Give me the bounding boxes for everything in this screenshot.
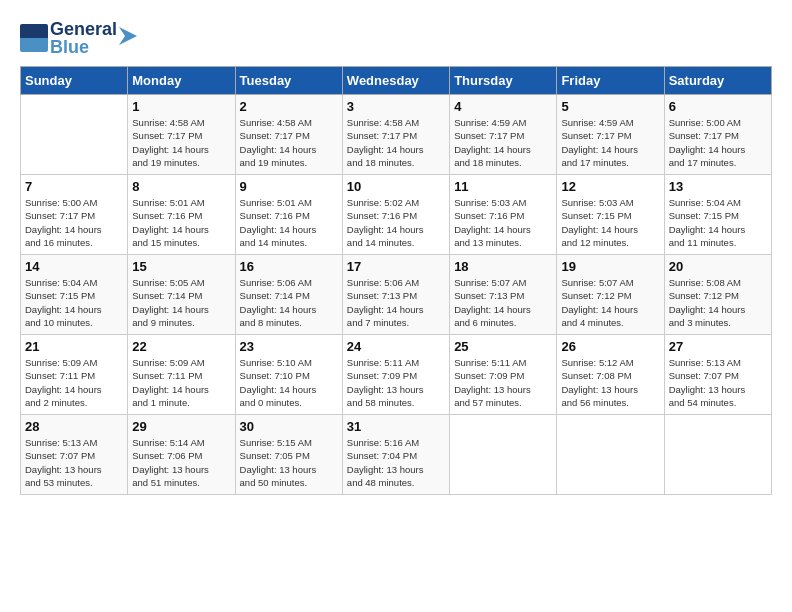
day-cell: 5Sunrise: 4:59 AM Sunset: 7:17 PM Daylig… bbox=[557, 95, 664, 175]
day-number: 13 bbox=[669, 179, 767, 194]
day-info: Sunrise: 5:02 AM Sunset: 7:16 PM Dayligh… bbox=[347, 196, 445, 249]
day-info: Sunrise: 4:58 AM Sunset: 7:17 PM Dayligh… bbox=[132, 116, 230, 169]
day-cell: 14Sunrise: 5:04 AM Sunset: 7:15 PM Dayli… bbox=[21, 255, 128, 335]
week-row-3: 14Sunrise: 5:04 AM Sunset: 7:15 PM Dayli… bbox=[21, 255, 772, 335]
day-info: Sunrise: 5:04 AM Sunset: 7:15 PM Dayligh… bbox=[669, 196, 767, 249]
day-number: 1 bbox=[132, 99, 230, 114]
week-row-1: 1Sunrise: 4:58 AM Sunset: 7:17 PM Daylig… bbox=[21, 95, 772, 175]
day-cell: 24Sunrise: 5:11 AM Sunset: 7:09 PM Dayli… bbox=[342, 335, 449, 415]
day-cell bbox=[21, 95, 128, 175]
day-cell: 13Sunrise: 5:04 AM Sunset: 7:15 PM Dayli… bbox=[664, 175, 771, 255]
logo-general: General bbox=[50, 20, 117, 38]
header-friday: Friday bbox=[557, 67, 664, 95]
day-info: Sunrise: 5:01 AM Sunset: 7:16 PM Dayligh… bbox=[240, 196, 338, 249]
day-info: Sunrise: 5:07 AM Sunset: 7:13 PM Dayligh… bbox=[454, 276, 552, 329]
day-info: Sunrise: 5:15 AM Sunset: 7:05 PM Dayligh… bbox=[240, 436, 338, 489]
day-cell bbox=[557, 415, 664, 495]
day-cell: 20Sunrise: 5:08 AM Sunset: 7:12 PM Dayli… bbox=[664, 255, 771, 335]
day-number: 10 bbox=[347, 179, 445, 194]
day-cell: 2Sunrise: 4:58 AM Sunset: 7:17 PM Daylig… bbox=[235, 95, 342, 175]
day-number: 21 bbox=[25, 339, 123, 354]
day-info: Sunrise: 5:07 AM Sunset: 7:12 PM Dayligh… bbox=[561, 276, 659, 329]
day-cell: 11Sunrise: 5:03 AM Sunset: 7:16 PM Dayli… bbox=[450, 175, 557, 255]
day-cell: 21Sunrise: 5:09 AM Sunset: 7:11 PM Dayli… bbox=[21, 335, 128, 415]
calendar-table: SundayMondayTuesdayWednesdayThursdayFrid… bbox=[20, 66, 772, 495]
day-info: Sunrise: 5:05 AM Sunset: 7:14 PM Dayligh… bbox=[132, 276, 230, 329]
day-number: 18 bbox=[454, 259, 552, 274]
day-number: 19 bbox=[561, 259, 659, 274]
day-info: Sunrise: 5:06 AM Sunset: 7:14 PM Dayligh… bbox=[240, 276, 338, 329]
day-number: 4 bbox=[454, 99, 552, 114]
day-cell: 4Sunrise: 4:59 AM Sunset: 7:17 PM Daylig… bbox=[450, 95, 557, 175]
header-tuesday: Tuesday bbox=[235, 67, 342, 95]
day-cell: 18Sunrise: 5:07 AM Sunset: 7:13 PM Dayli… bbox=[450, 255, 557, 335]
day-cell: 9Sunrise: 5:01 AM Sunset: 7:16 PM Daylig… bbox=[235, 175, 342, 255]
day-info: Sunrise: 5:13 AM Sunset: 7:07 PM Dayligh… bbox=[669, 356, 767, 409]
day-number: 22 bbox=[132, 339, 230, 354]
day-cell: 30Sunrise: 5:15 AM Sunset: 7:05 PM Dayli… bbox=[235, 415, 342, 495]
day-info: Sunrise: 5:03 AM Sunset: 7:15 PM Dayligh… bbox=[561, 196, 659, 249]
day-info: Sunrise: 5:06 AM Sunset: 7:13 PM Dayligh… bbox=[347, 276, 445, 329]
day-cell: 8Sunrise: 5:01 AM Sunset: 7:16 PM Daylig… bbox=[128, 175, 235, 255]
day-number: 25 bbox=[454, 339, 552, 354]
day-info: Sunrise: 5:10 AM Sunset: 7:10 PM Dayligh… bbox=[240, 356, 338, 409]
day-number: 3 bbox=[347, 99, 445, 114]
day-cell: 16Sunrise: 5:06 AM Sunset: 7:14 PM Dayli… bbox=[235, 255, 342, 335]
day-info: Sunrise: 5:09 AM Sunset: 7:11 PM Dayligh… bbox=[132, 356, 230, 409]
day-info: Sunrise: 5:16 AM Sunset: 7:04 PM Dayligh… bbox=[347, 436, 445, 489]
day-number: 20 bbox=[669, 259, 767, 274]
day-cell: 28Sunrise: 5:13 AM Sunset: 7:07 PM Dayli… bbox=[21, 415, 128, 495]
day-info: Sunrise: 5:09 AM Sunset: 7:11 PM Dayligh… bbox=[25, 356, 123, 409]
day-cell: 10Sunrise: 5:02 AM Sunset: 7:16 PM Dayli… bbox=[342, 175, 449, 255]
day-info: Sunrise: 5:04 AM Sunset: 7:15 PM Dayligh… bbox=[25, 276, 123, 329]
day-info: Sunrise: 5:12 AM Sunset: 7:08 PM Dayligh… bbox=[561, 356, 659, 409]
day-number: 28 bbox=[25, 419, 123, 434]
calendar-header-row: SundayMondayTuesdayWednesdayThursdayFrid… bbox=[21, 67, 772, 95]
day-info: Sunrise: 5:11 AM Sunset: 7:09 PM Dayligh… bbox=[347, 356, 445, 409]
day-number: 8 bbox=[132, 179, 230, 194]
day-cell: 29Sunrise: 5:14 AM Sunset: 7:06 PM Dayli… bbox=[128, 415, 235, 495]
day-number: 5 bbox=[561, 99, 659, 114]
day-cell: 3Sunrise: 4:58 AM Sunset: 7:17 PM Daylig… bbox=[342, 95, 449, 175]
day-cell bbox=[450, 415, 557, 495]
day-number: 23 bbox=[240, 339, 338, 354]
day-info: Sunrise: 5:01 AM Sunset: 7:16 PM Dayligh… bbox=[132, 196, 230, 249]
day-cell bbox=[664, 415, 771, 495]
day-number: 29 bbox=[132, 419, 230, 434]
day-info: Sunrise: 5:00 AM Sunset: 7:17 PM Dayligh… bbox=[25, 196, 123, 249]
day-number: 14 bbox=[25, 259, 123, 274]
day-info: Sunrise: 5:13 AM Sunset: 7:07 PM Dayligh… bbox=[25, 436, 123, 489]
header-wednesday: Wednesday bbox=[342, 67, 449, 95]
day-cell: 25Sunrise: 5:11 AM Sunset: 7:09 PM Dayli… bbox=[450, 335, 557, 415]
day-cell: 1Sunrise: 4:58 AM Sunset: 7:17 PM Daylig… bbox=[128, 95, 235, 175]
day-cell: 26Sunrise: 5:12 AM Sunset: 7:08 PM Dayli… bbox=[557, 335, 664, 415]
day-number: 27 bbox=[669, 339, 767, 354]
day-info: Sunrise: 5:03 AM Sunset: 7:16 PM Dayligh… bbox=[454, 196, 552, 249]
day-number: 2 bbox=[240, 99, 338, 114]
day-number: 31 bbox=[347, 419, 445, 434]
day-number: 11 bbox=[454, 179, 552, 194]
day-cell: 7Sunrise: 5:00 AM Sunset: 7:17 PM Daylig… bbox=[21, 175, 128, 255]
day-number: 9 bbox=[240, 179, 338, 194]
header-thursday: Thursday bbox=[450, 67, 557, 95]
logo-arrow-icon bbox=[119, 27, 137, 45]
day-number: 6 bbox=[669, 99, 767, 114]
svg-marker-0 bbox=[119, 27, 137, 45]
day-info: Sunrise: 5:14 AM Sunset: 7:06 PM Dayligh… bbox=[132, 436, 230, 489]
header-monday: Monday bbox=[128, 67, 235, 95]
day-info: Sunrise: 4:58 AM Sunset: 7:17 PM Dayligh… bbox=[347, 116, 445, 169]
week-row-2: 7Sunrise: 5:00 AM Sunset: 7:17 PM Daylig… bbox=[21, 175, 772, 255]
day-cell: 27Sunrise: 5:13 AM Sunset: 7:07 PM Dayli… bbox=[664, 335, 771, 415]
day-number: 16 bbox=[240, 259, 338, 274]
logo: General Blue bbox=[20, 20, 137, 56]
page-header: General Blue bbox=[20, 20, 772, 56]
day-number: 12 bbox=[561, 179, 659, 194]
day-info: Sunrise: 4:59 AM Sunset: 7:17 PM Dayligh… bbox=[561, 116, 659, 169]
day-cell: 6Sunrise: 5:00 AM Sunset: 7:17 PM Daylig… bbox=[664, 95, 771, 175]
day-number: 7 bbox=[25, 179, 123, 194]
day-info: Sunrise: 5:11 AM Sunset: 7:09 PM Dayligh… bbox=[454, 356, 552, 409]
day-info: Sunrise: 4:59 AM Sunset: 7:17 PM Dayligh… bbox=[454, 116, 552, 169]
day-number: 17 bbox=[347, 259, 445, 274]
day-cell: 15Sunrise: 5:05 AM Sunset: 7:14 PM Dayli… bbox=[128, 255, 235, 335]
day-number: 15 bbox=[132, 259, 230, 274]
